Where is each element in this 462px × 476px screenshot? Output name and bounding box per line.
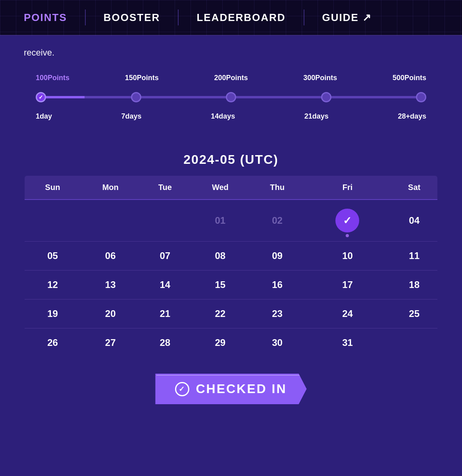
progress-node-3 xyxy=(226,92,236,102)
nav-item-booster[interactable]: BOOSTER xyxy=(88,12,176,24)
checked-in-label: CHECKED IN xyxy=(196,382,287,396)
day-04: 04 xyxy=(391,200,438,242)
day-20: 20 xyxy=(81,299,140,328)
header-row: Sun Mon Tue Wed Thu Fri Sat xyxy=(24,175,438,200)
day-01: 01 xyxy=(190,200,250,242)
day-08: 08 xyxy=(190,242,250,271)
point-label-500: 500Points xyxy=(393,74,426,82)
day-02: 02 xyxy=(250,200,304,242)
nav-separator-3 xyxy=(304,10,304,25)
day-empty-1 xyxy=(24,200,81,242)
week-row-2: 05 06 07 08 09 10 11 xyxy=(24,242,438,271)
checked-in-container: ✓ CHECKED IN xyxy=(24,374,438,404)
day-29: 29 xyxy=(190,328,250,358)
day-empty-2 xyxy=(81,200,140,242)
progress-node-4 xyxy=(321,92,331,102)
point-label-100: 100Points xyxy=(36,74,69,82)
points-labels: 100Points 150Points 200Points 300Points … xyxy=(32,74,430,82)
checked-circle: ✓ xyxy=(335,209,359,232)
days-labels: 1day 7days 14days 21days 28+days xyxy=(32,112,430,121)
col-fri: Fri xyxy=(304,175,391,200)
calendar-body: 01 02 ✓ 04 05 06 07 08 09 10 xyxy=(24,200,438,357)
progress-nodes: ✓ xyxy=(36,92,426,102)
day-empty-3 xyxy=(140,200,190,242)
nav-separator-2 xyxy=(178,10,179,25)
day-21: 21 xyxy=(140,299,190,328)
check-mark-icon: ✓ xyxy=(343,215,352,227)
day-label-28: 28+days xyxy=(398,112,426,121)
calendar-section: 2024-05 (UTC) Sun Mon Tue Wed Thu Fri Sa… xyxy=(24,152,438,358)
calendar-title: 2024-05 (UTC) xyxy=(24,152,438,167)
checked-in-button[interactable]: ✓ CHECKED IN xyxy=(155,374,306,404)
day-label-21: 21days xyxy=(304,112,329,121)
nav-bar: POINTS BOOSTER LEADERBOARD GUIDE ↗ xyxy=(0,0,462,36)
day-11: 11 xyxy=(391,242,438,271)
week-row-3: 12 13 14 15 16 17 18 xyxy=(24,271,438,299)
col-wed: Wed xyxy=(190,175,250,200)
day-label-7: 7days xyxy=(121,112,142,121)
calendar-table: Sun Mon Tue Wed Thu Fri Sat 01 02 xyxy=(24,175,438,358)
check-icon-symbol: ✓ xyxy=(179,385,186,393)
day-30: 30 xyxy=(250,328,304,358)
progress-node-1: ✓ xyxy=(36,92,46,102)
receive-text: receive. xyxy=(24,48,438,58)
week-row-5: 26 27 28 29 30 31 xyxy=(24,328,438,358)
day-label-14: 14days xyxy=(211,112,235,121)
progress-bar: ✓ xyxy=(36,85,426,109)
day-07: 07 xyxy=(140,242,190,271)
day-31: 31 xyxy=(304,328,391,358)
nav-item-guide[interactable]: GUIDE ↗ xyxy=(306,12,388,24)
day-empty-last xyxy=(391,328,438,358)
day-09: 09 xyxy=(250,242,304,271)
day-17: 17 xyxy=(304,271,391,299)
week-row-1: 01 02 ✓ 04 xyxy=(24,200,438,242)
nav-item-leaderboard[interactable]: LEADERBOARD xyxy=(181,12,301,24)
day-26: 26 xyxy=(24,328,81,358)
day-19: 19 xyxy=(24,299,81,328)
day-18: 18 xyxy=(391,271,438,299)
day-06: 06 xyxy=(81,242,140,271)
col-thu: Thu xyxy=(250,175,304,200)
day-15: 15 xyxy=(190,271,250,299)
progress-node-5 xyxy=(416,92,426,102)
day-13: 13 xyxy=(81,271,140,299)
main-content: receive. 100Points 150Points 200Points 3… xyxy=(0,36,462,476)
day-24: 24 xyxy=(304,299,391,328)
day-27: 27 xyxy=(81,328,140,358)
col-sat: Sat xyxy=(391,175,438,200)
day-22: 22 xyxy=(190,299,250,328)
day-14: 14 xyxy=(140,271,190,299)
progress-section: 100Points 150Points 200Points 300Points … xyxy=(24,70,438,136)
point-label-200: 200Points xyxy=(214,74,248,82)
col-tue: Tue xyxy=(140,175,190,200)
nav-item-points[interactable]: POINTS xyxy=(8,12,83,24)
point-label-150: 150Points xyxy=(125,74,159,82)
day-10: 10 xyxy=(304,242,391,271)
day-03-checked: ✓ xyxy=(304,200,391,242)
point-label-300: 300Points xyxy=(303,74,337,82)
check-icon: ✓ xyxy=(38,94,43,100)
day-23: 23 xyxy=(250,299,304,328)
day-25: 25 xyxy=(391,299,438,328)
day-16: 16 xyxy=(250,271,304,299)
day-28: 28 xyxy=(140,328,190,358)
day-label-1: 1day xyxy=(36,112,52,121)
day-12: 12 xyxy=(24,271,81,299)
checked-in-icon: ✓ xyxy=(175,382,189,396)
progress-node-2 xyxy=(131,92,141,102)
calendar-header: Sun Mon Tue Wed Thu Fri Sat xyxy=(24,175,438,200)
col-sun: Sun xyxy=(24,175,81,200)
week-row-4: 19 20 21 22 23 24 25 xyxy=(24,299,438,328)
col-mon: Mon xyxy=(81,175,140,200)
nav-separator xyxy=(85,10,86,25)
day-05: 05 xyxy=(24,242,81,271)
